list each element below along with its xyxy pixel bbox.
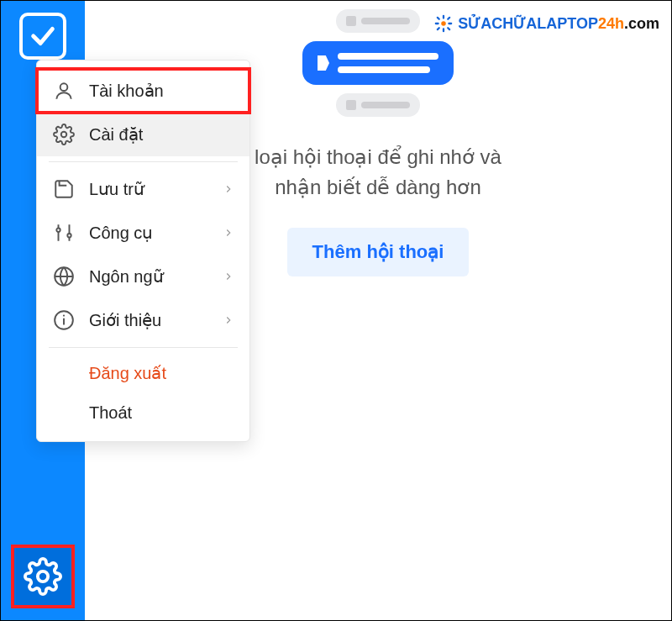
chat-bubble-small-2: [336, 93, 420, 117]
sliders-icon: [52, 221, 76, 245]
svg-point-0: [38, 571, 48, 582]
settings-popup-menu: Tài khoản Cài đặt Lưu trữ Công cụ Ngôn n…: [36, 60, 250, 442]
save-icon: [52, 177, 76, 201]
tag-icon: [318, 55, 329, 71]
main-text-line2: nhận biết dễ dàng hơn: [275, 176, 481, 198]
info-icon: [52, 308, 76, 332]
menu-item-language[interactable]: Ngôn ngữ: [37, 255, 249, 298]
menu-divider: [49, 161, 238, 162]
menu-item-settings[interactable]: Cài đặt: [37, 113, 249, 156]
menu-item-storage[interactable]: Lưu trữ: [37, 167, 249, 211]
menu-label-storage: Lưu trữ: [89, 179, 144, 199]
watermark-text-1: SỬACHỮALAPTOP: [458, 15, 598, 32]
illustration: [302, 9, 454, 117]
watermark-gear-icon: [434, 14, 453, 33]
menu-label-logout: Đăng xuất: [89, 363, 166, 383]
watermark: SỬACHỮALAPTOP24h.com: [434, 14, 659, 33]
gear-icon: [24, 557, 62, 596]
svg-point-7: [67, 234, 71, 237]
chevron-right-icon: [223, 267, 234, 287]
chevron-right-icon: [223, 180, 234, 199]
menu-label-about: Giới thiệu: [89, 310, 161, 330]
gear-icon: [52, 123, 76, 146]
svg-point-2: [60, 83, 68, 91]
menu-item-logout[interactable]: Đăng xuất: [37, 353, 249, 393]
chat-bubble-highlight: [302, 41, 454, 85]
checkmark-icon: [29, 22, 57, 50]
chevron-right-icon: [223, 311, 234, 330]
svg-point-6: [56, 229, 60, 232]
menu-divider: [49, 347, 238, 348]
watermark-text-3: .com: [624, 15, 659, 32]
menu-item-tools[interactable]: Công cụ: [37, 211, 249, 255]
svg-point-12: [63, 315, 65, 317]
menu-label-tools: Công cụ: [89, 223, 153, 243]
menu-item-account[interactable]: Tài khoản: [37, 69, 249, 113]
chat-bubble-small-1: [336, 9, 420, 33]
menu-label-settings: Cài đặt: [89, 124, 143, 145]
svg-point-1: [442, 21, 447, 26]
add-conversation-button[interactable]: Thêm hội thoại: [287, 228, 470, 276]
watermark-text-2: 24h: [598, 15, 624, 32]
menu-label-account: Tài khoản: [89, 81, 164, 101]
svg-point-3: [61, 132, 67, 138]
sidebar-settings-button[interactable]: [11, 545, 75, 608]
menu-item-exit[interactable]: Thoát: [37, 393, 249, 433]
user-icon: [52, 79, 76, 103]
sidebar-checkbox-button[interactable]: [19, 13, 66, 60]
main-description: loại hội thoại để ghi nhớ và nhận biết d…: [255, 142, 501, 203]
main-text-line1: loại hội thoại để ghi nhớ và: [255, 145, 501, 168]
menu-label-language: Ngôn ngữ: [89, 266, 164, 287]
menu-label-exit: Thoát: [89, 403, 132, 423]
menu-item-about[interactable]: Giới thiệu: [37, 298, 249, 342]
chevron-right-icon: [223, 224, 234, 243]
globe-icon: [52, 265, 76, 288]
